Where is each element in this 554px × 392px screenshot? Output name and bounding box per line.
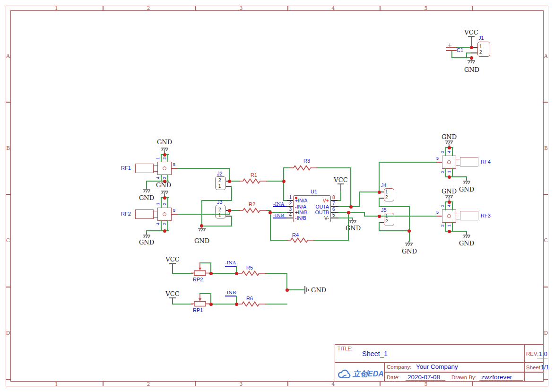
rp1-designator[interactable]: RP1 [193,307,203,313]
company-value[interactable]: Your Company [416,363,458,370]
r1-resistor[interactable] [239,178,267,184]
wire[interactable] [177,168,229,169]
j3-designator[interactable]: J3 [217,199,223,205]
gnd-net-label[interactable]: GND [464,66,479,73]
wire[interactable] [379,162,436,163]
c1-designator[interactable]: C1 [457,47,463,53]
gnd-symbol[interactable] [462,179,471,186]
wire[interactable] [146,230,164,231]
j5-designator[interactable]: J5 [381,207,387,213]
schematic-canvas[interactable]: 1 2 3 4 5 1 2 3 4 5 A B C D A B C D VCC … [0,0,554,392]
wire[interactable] [167,220,168,231]
wire[interactable] [452,222,453,232]
wire[interactable] [313,240,349,241]
rf2-body[interactable] [135,209,154,219]
gnd-net-label[interactable]: GND [156,182,171,189]
r3-resistor[interactable] [289,165,318,171]
j2-designator[interactable]: J2 [217,171,223,176]
wire[interactable] [201,200,202,226]
wire[interactable] [265,304,287,305]
wire[interactable] [209,304,238,305]
vcc-net-label[interactable]: VCC [464,29,478,36]
wire[interactable] [379,230,410,231]
j1-designator[interactable]: J1 [478,35,484,41]
wire[interactable] [286,289,304,290]
gnd-net-label[interactable]: GND [194,237,209,244]
gnd-net-label[interactable]: GND [139,194,154,201]
rf4-body[interactable] [460,157,478,166]
wire[interactable] [338,200,341,201]
wire[interactable] [167,197,168,208]
wire[interactable] [266,181,284,182]
wire[interactable] [449,231,467,232]
rp1-potentiometer[interactable] [191,294,212,307]
rev-value[interactable]: 1.0 [539,350,547,357]
gnd-flag-symbol[interactable] [304,285,312,295]
wire[interactable] [172,304,193,305]
gnd-net-label[interactable]: GND [459,240,474,247]
r3-designator[interactable]: R3 [303,158,310,164]
rf4-designator[interactable]: RF4 [481,159,491,165]
wire[interactable] [359,192,360,207]
rf3-designator[interactable]: RF3 [481,213,491,218]
r6-designator[interactable]: R6 [246,296,253,301]
r6-resistor[interactable] [238,301,266,307]
rf1-body[interactable] [135,164,154,173]
r5-resistor[interactable] [238,270,266,276]
wire[interactable] [467,52,471,53]
net-label-inb[interactable]: -INB [225,290,236,295]
wire[interactable] [231,216,232,226]
sheet-value[interactable]: 1/1 [541,364,549,371]
wire[interactable] [445,222,446,232]
rp2-potentiometer[interactable] [191,263,212,276]
gnd-net-label[interactable]: GND [157,139,172,146]
wire[interactable] [231,186,232,201]
gnd-net-label[interactable]: GND [346,225,361,232]
wire[interactable] [449,176,467,177]
wire[interactable] [466,52,467,58]
vcc-net-label[interactable]: VCC [165,290,179,297]
gnd-net-label[interactable]: GND [402,248,417,255]
wire[interactable] [161,220,162,231]
rf3-body[interactable] [460,211,478,220]
gnd-symbol[interactable] [142,187,151,195]
gnd-net-label[interactable]: GND [441,133,457,140]
wire[interactable] [172,273,193,274]
rf2-designator[interactable]: RF2 [121,211,131,217]
wire[interactable] [167,174,168,181]
vcc-net-label[interactable]: VCC [165,256,179,263]
wire[interactable] [167,154,168,162]
wire[interactable] [146,181,147,188]
wire[interactable] [270,240,288,241]
r5-designator[interactable]: R5 [246,265,253,270]
r4-resistor[interactable] [286,237,315,243]
vcc-net-label[interactable]: VCC [334,176,347,183]
r4-designator[interactable]: R4 [292,232,299,238]
u1-designator[interactable]: U1 [311,189,317,194]
rp2-designator[interactable]: RP2 [193,277,203,282]
wire[interactable] [359,192,380,192]
wire[interactable] [270,212,271,241]
wire[interactable] [379,162,380,192]
rf1-designator[interactable]: RF1 [121,165,131,171]
wire[interactable] [452,147,453,156]
wire[interactable] [379,222,380,231]
net-label-ina[interactable]: -INA [225,260,236,265]
sheet-title[interactable]: Sheet_1 [362,350,388,357]
wire[interactable] [350,167,351,207]
wire[interactable] [340,191,341,201]
r2-designator[interactable]: R2 [249,201,255,207]
wire[interactable] [452,201,453,210]
j4-designator[interactable]: J4 [381,183,387,188]
gnd-net-label[interactable]: GND [139,239,154,246]
drawn-by-value[interactable]: zwzforever [481,374,512,381]
r1-designator[interactable]: R1 [251,172,257,178]
gnd-net-label[interactable]: GND [459,186,474,193]
wire[interactable] [265,273,287,274]
wire[interactable] [209,273,238,274]
gnd-symbol[interactable] [462,233,471,240]
wire[interactable] [409,206,410,242]
gnd-net-label[interactable]: GND [311,287,326,294]
wire[interactable] [316,167,351,168]
gnd-symbol[interactable] [404,241,414,248]
